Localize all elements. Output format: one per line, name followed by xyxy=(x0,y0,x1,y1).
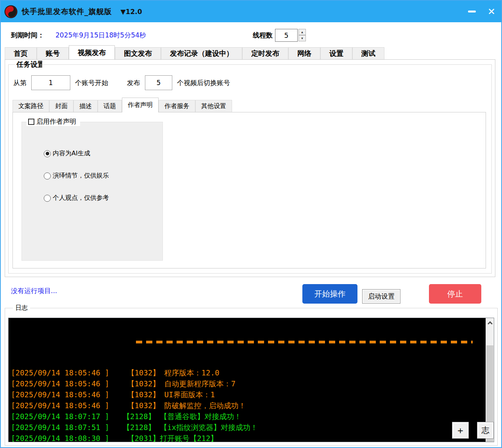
launch-settings-button[interactable]: 启动设置 xyxy=(362,289,400,304)
log-console: [2025/09/14 18:05:46 ] 【1032】 程序版本：12.0[… xyxy=(8,318,494,442)
scroll-up-button[interactable] xyxy=(486,318,494,327)
declaration-option[interactable]: 演绎情节，仅供娱乐 xyxy=(44,172,109,180)
declaration-option-label: 内容为AI生成 xyxy=(53,149,90,158)
minimize-icon xyxy=(468,11,476,12)
video-publish-tab-pane: 任务设置 从第 个账号开始 发布 个视频后切换账号 文案路径封面描述话题作者声明… xyxy=(5,59,495,277)
sub-tab[interactable]: 文案路径 xyxy=(13,100,49,112)
window-version: ▼12.0 xyxy=(121,8,142,16)
sub-tab[interactable]: 作者服务 xyxy=(159,100,195,112)
log-line: [2025/09/14 18:07:51 ] 【2128】 【ix指纹浏览器】对… xyxy=(11,422,484,433)
log-zhi-button[interactable]: 志 xyxy=(477,422,494,439)
declaration-option-label: 个人观点，仅供参考 xyxy=(53,194,109,202)
minimize-button[interactable] xyxy=(462,4,482,20)
chevron-up-icon xyxy=(488,321,493,326)
log-line-partial xyxy=(136,341,473,343)
enable-declaration-label: 启用作者声明 xyxy=(36,117,76,126)
log-group: 日志 [2025/09/14 18:05:46 ] 【1032】 程序版本：12… xyxy=(5,308,498,446)
log-line: [2025/09/14 18:05:46 ] 【1032】 UI界面版本：1 xyxy=(11,389,484,400)
title-bar: 快手批里发布软件_旗舰版 ▼12.0 ✕ xyxy=(1,1,501,22)
main-tab[interactable]: 测试 xyxy=(352,47,384,59)
sub-tab[interactable]: 话题 xyxy=(98,100,122,112)
log-line: [2025/09/14 18:05:46 ] 【1032】 防破解监控，启动成功… xyxy=(11,400,484,411)
radio-icon[interactable] xyxy=(44,172,51,180)
threads-spin-up-button[interactable]: ▲ xyxy=(298,29,306,35)
task-settings-group-label: 任务设置 xyxy=(15,60,42,69)
app-window: 快手批里发布软件_旗舰版 ▼12.0 ✕ 到期时间： 2025年9月15日18时… xyxy=(0,0,502,448)
info-row: 到期时间： 2025年9月15日18时5分54秒 线程数： ▲ ▼ xyxy=(1,29,501,43)
running-status-text: 没有运行项目... xyxy=(11,286,57,295)
declaration-option-label: 演绎情节，仅供娱乐 xyxy=(53,172,109,180)
threads-input[interactable] xyxy=(275,29,298,42)
log-line: [2025/09/14 18:07:17 ] 【2128】 【普通谷歌】对接成功… xyxy=(11,411,484,422)
main-tab[interactable]: 设置 xyxy=(320,47,352,59)
account-switch-row: 从第 个账号开始 发布 个视频后切换账号 xyxy=(13,75,230,91)
main-tab[interactable]: 图文发布 xyxy=(115,47,161,59)
log-lines: [2025/09/14 18:05:46 ] 【1032】 程序版本：12.0[… xyxy=(11,318,484,442)
log-line: [2025/09/14 18:05:46 ] 【1032】 程序版本：12.0 xyxy=(11,367,484,378)
from-account-label: 从第 xyxy=(13,78,27,87)
main-tab[interactable]: 账号 xyxy=(37,47,69,59)
enable-declaration-checkbox[interactable] xyxy=(28,119,34,125)
videos-per-account-input[interactable] xyxy=(145,75,172,90)
sub-tab[interactable]: 描述 xyxy=(73,100,98,112)
log-group-label: 日志 xyxy=(13,304,30,312)
threads-spin-down-button[interactable]: ▼ xyxy=(298,35,306,41)
main-tab[interactable]: 首页 xyxy=(5,47,37,59)
main-tab[interactable]: 视频发布 xyxy=(69,45,115,59)
publish-label: 发布 xyxy=(127,78,140,87)
sub-tab[interactable]: 其他设置 xyxy=(195,100,232,112)
task-settings-group: 任务设置 从第 个账号开始 发布 个视频后切换账号 文案路径封面描述话题作者声明… xyxy=(8,64,492,274)
sub-tab-bar: 文案路径封面描述话题作者声明作者服务其他设置 xyxy=(13,98,232,112)
declaration-option[interactable]: 个人观点，仅供参考 xyxy=(44,194,109,202)
main-tab[interactable]: 定时发布 xyxy=(242,47,288,59)
publish-suffix: 个视频后切换账号 xyxy=(177,78,230,87)
app-logo-icon xyxy=(4,5,18,19)
close-button[interactable]: ✕ xyxy=(482,4,501,20)
main-tab[interactable]: 发布记录（建设中） xyxy=(161,47,242,59)
main-tab-bar: 首页账号视频发布图文发布发布记录（建设中）定时发布网络设置测试 xyxy=(5,45,384,59)
enable-declaration-caption: 启用作者声明 xyxy=(27,117,80,126)
threads-spinbox: ▲ ▼ xyxy=(275,29,306,42)
expiry-label: 到期时间： xyxy=(11,31,44,40)
author-declaration-pane: 启用作者声明 内容为AI生成演绎情节，仅供娱乐个人观点，仅供参考 xyxy=(13,112,486,268)
start-operation-button[interactable]: 开始操作 xyxy=(302,284,357,304)
log-line: [2025/09/14 18:08:30 ] 【2031】打开账号【212】 xyxy=(11,433,484,442)
log-plus-button[interactable]: + xyxy=(452,422,469,439)
radio-icon[interactable] xyxy=(44,150,51,157)
sub-tab[interactable]: 封面 xyxy=(49,100,73,112)
main-tab[interactable]: 网络 xyxy=(288,47,320,59)
close-icon: ✕ xyxy=(488,7,495,16)
from-account-suffix: 个账号开始 xyxy=(75,78,108,87)
declaration-option[interactable]: 内容为AI生成 xyxy=(44,149,90,158)
log-line: [2025/09/14 18:05:46 ] 【1032】 自动更新程序版本：7 xyxy=(11,378,484,389)
expiry-value: 2025年9月15日18时5分54秒 xyxy=(55,31,146,40)
stop-button[interactable]: 停止 xyxy=(429,284,481,304)
start-account-input[interactable] xyxy=(31,75,70,90)
radio-icon[interactable] xyxy=(44,195,51,202)
sub-tab[interactable]: 作者声明 xyxy=(122,98,159,112)
window-title: 快手批里发布软件_旗舰版 xyxy=(22,7,112,17)
author-declaration-group: 启用作者声明 内容为AI生成演绎情节，仅供娱乐个人观点，仅供参考 xyxy=(21,122,163,261)
